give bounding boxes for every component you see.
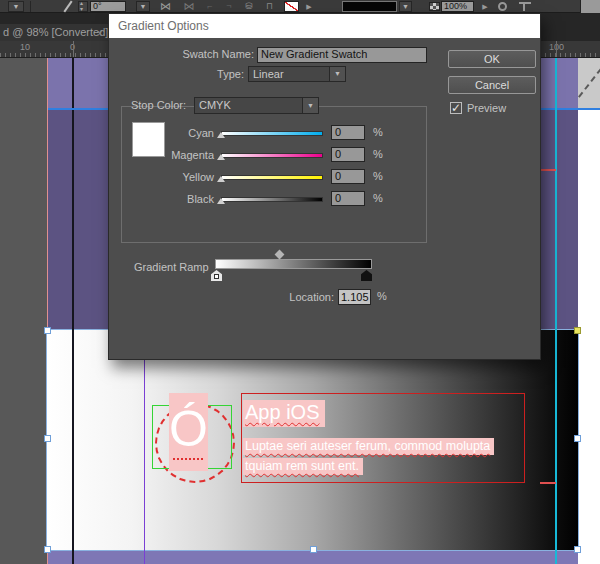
effects-icon[interactable]: ⛁ xyxy=(243,0,255,13)
spellcheck-squiggle xyxy=(173,458,204,460)
channel-value-black[interactable]: 0 xyxy=(331,191,365,206)
preview-checkbox[interactable]: ✓ xyxy=(450,102,462,114)
channel-slider-thumb-black[interactable] xyxy=(217,198,225,204)
selection-handle-bottom-right[interactable] xyxy=(574,546,581,553)
fill-gradient-swatch[interactable] xyxy=(342,1,397,12)
selection-handle-mid-right[interactable] xyxy=(574,435,581,442)
gradient-stop-left-fill xyxy=(214,274,219,279)
stroke-dropdown-button[interactable]: ▼ xyxy=(8,1,24,12)
selection-handle-bottom-mid[interactable] xyxy=(310,546,317,553)
angle-stepper[interactable] xyxy=(78,1,88,12)
transparency-icon[interactable] xyxy=(429,2,440,11)
ok-button[interactable]: OK xyxy=(448,50,536,68)
gradient-stop-left[interactable] xyxy=(211,270,222,281)
flip-horizontal-icon[interactable]: ⋈ xyxy=(156,0,175,13)
location-label: Location: xyxy=(269,290,334,305)
angle-dropdown-button[interactable]: ▼ xyxy=(136,1,150,12)
channel-slider-cyan[interactable] xyxy=(221,131,323,136)
dialog-title: Gradient Options xyxy=(109,14,540,38)
gradient-ramp-bar[interactable] xyxy=(215,259,372,269)
line-tool-icon[interactable] xyxy=(62,2,75,11)
stroke-flyout-arrow[interactable]: ▶ xyxy=(304,0,314,13)
channel-unit-magenta: % xyxy=(373,148,383,160)
cancel-button[interactable]: Cancel xyxy=(448,76,536,94)
location-field[interactable]: 1.105 xyxy=(338,289,371,305)
guide-vertical-cyan[interactable] xyxy=(555,58,557,564)
control-toolbar: ▼ 0° ▼ ⋈ ⋈ ⌐ ¬ ⛁ ⊓ ▶ ▼ 100% ▶ xyxy=(0,0,600,13)
selection-handle-top-right[interactable] xyxy=(574,327,581,334)
gradient-options-dialog: Gradient Options Swatch Name: New Gradie… xyxy=(108,13,541,360)
channel-unit-cyan: % xyxy=(373,126,383,138)
preview-label: Preview xyxy=(467,101,506,116)
channel-label-black: Black xyxy=(134,192,214,207)
stop-color-dropdown[interactable]: CMYK ▼ xyxy=(194,97,319,114)
fill-dropdown-button[interactable]: ▼ xyxy=(399,1,412,12)
selection-handle-mid-left[interactable] xyxy=(44,435,51,442)
gradient-stop-right[interactable] xyxy=(361,270,372,281)
channel-label-magenta: Magenta xyxy=(134,148,214,163)
tab-close-icon[interactable]: × xyxy=(97,28,103,39)
type-dropdown[interactable]: Linear ▼ xyxy=(248,66,346,82)
type-dropdown-value: Linear xyxy=(253,68,284,80)
chevron-down-icon[interactable]: ▼ xyxy=(329,67,345,81)
channel-slider-thumb-cyan[interactable] xyxy=(217,132,225,138)
selection-handle-bottom-left[interactable] xyxy=(44,546,51,553)
channel-value-yellow[interactable]: 0 xyxy=(331,169,365,184)
margin-guide-segment-lower[interactable] xyxy=(540,482,556,484)
swatch-name-label: Swatch Name: xyxy=(149,47,254,62)
gradient-midpoint-diamond[interactable] xyxy=(275,250,285,260)
channel-slider-thumb-yellow[interactable] xyxy=(217,176,225,182)
panel-corner-box xyxy=(580,0,600,13)
ruler-100-tick xyxy=(556,41,557,57)
rotation-angle-field[interactable]: 0° xyxy=(90,1,126,12)
stop-color-label: Stop Color: xyxy=(109,98,186,113)
channel-slider-yellow[interactable] xyxy=(221,175,323,180)
opacity-field[interactable]: 100% xyxy=(441,1,474,12)
drop-shadow-icon[interactable]: ⊓ xyxy=(262,0,277,13)
body-text-line2[interactable]: tquiam rem sunt ent. xyxy=(243,458,363,475)
stop-color-dropdown-value: CMYK xyxy=(199,99,231,111)
chevron-down-icon[interactable]: ▼ xyxy=(302,98,318,113)
location-unit: % xyxy=(377,290,387,302)
type-label: Type: xyxy=(169,67,244,82)
channel-value-cyan[interactable]: 0 xyxy=(331,125,365,140)
swatch-name-field[interactable]: New Gradient Swatch xyxy=(257,47,427,63)
channel-slider-black[interactable] xyxy=(221,197,323,202)
body-text-line1[interactable]: Luptae seri auteser ferum, commod molupt… xyxy=(243,438,494,455)
channel-unit-black: % xyxy=(373,192,383,204)
application-window: ▼ 0° ▼ ⋈ ⋈ ⌐ ¬ ⛁ ⊓ ▶ ▼ 100% ▶ d @ 98% [C… xyxy=(0,0,600,564)
page-edge-line xyxy=(72,58,74,564)
select-container-icon[interactable]: ⌐ xyxy=(205,0,215,13)
ruler-zero-tick xyxy=(73,41,74,57)
text-wrap-icon[interactable] xyxy=(519,2,531,11)
channel-slider-thumb-magenta[interactable] xyxy=(217,154,225,160)
pasteboard-right-white xyxy=(578,109,600,564)
margin-guide-segment-upper[interactable] xyxy=(540,169,556,171)
channel-label-cyan: Cyan xyxy=(134,126,214,141)
heading-text[interactable]: App iOS xyxy=(243,400,325,427)
channel-label-yellow: Yellow xyxy=(134,170,214,185)
channel-unit-yellow: % xyxy=(373,170,383,182)
stroke-none-swatch[interactable] xyxy=(284,1,299,12)
opacity-flyout-arrow[interactable]: ▶ xyxy=(480,0,490,13)
flip-vertical-icon[interactable]: ⋈ xyxy=(179,0,199,13)
channel-slider-magenta[interactable] xyxy=(221,153,323,158)
effects-circle-icon[interactable] xyxy=(498,2,507,11)
channel-value-magenta[interactable]: 0 xyxy=(331,147,365,162)
selection-handle-top-left[interactable] xyxy=(44,327,51,334)
gradient-ramp-label: Gradient Ramp xyxy=(134,260,209,275)
toolbar-divider xyxy=(30,1,31,12)
select-content-icon[interactable]: ¬ xyxy=(224,0,234,13)
ruler-label-10: 10 xyxy=(20,42,30,52)
document-tab[interactable]: d @ 98% [Converted] xyxy=(0,24,112,41)
